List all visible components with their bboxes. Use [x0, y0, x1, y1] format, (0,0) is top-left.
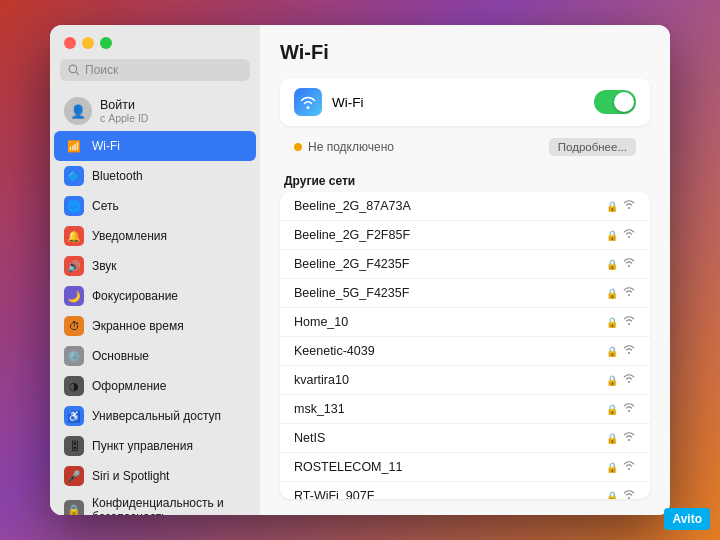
- wifi-signal-icon: [622, 257, 636, 271]
- lock-icon: 🔒: [606, 201, 618, 212]
- network-item[interactable]: NetIS🔒: [280, 424, 650, 453]
- sidebar-label-appearance: Оформление: [92, 379, 166, 393]
- sidebar-item-network[interactable]: 🌐Сеть: [54, 191, 256, 221]
- network-name: NetIS: [294, 431, 606, 445]
- wifi-icon: [294, 88, 322, 116]
- network-icons: 🔒: [606, 489, 636, 499]
- network-name: kvartira10: [294, 373, 606, 387]
- sidebar-item-bluetooth[interactable]: 🔷Bluetooth: [54, 161, 256, 191]
- search-bar[interactable]: Поиск: [60, 59, 250, 81]
- wifi-toggle-row: Wi-Fi: [280, 78, 650, 126]
- appearance-icon: ◑: [64, 376, 84, 396]
- sidebar-item-wifi[interactable]: 📶Wi-Fi: [54, 131, 256, 161]
- status-dot: [294, 143, 302, 151]
- network-icons: 🔒: [606, 373, 636, 387]
- lock-icon: 🔒: [606, 230, 618, 241]
- signin-row[interactable]: 👤 Войти с Apple ID: [54, 91, 256, 131]
- network-item[interactable]: Beeline_2G_F2F85F🔒: [280, 221, 650, 250]
- sidebar-label-notifications: Уведомления: [92, 229, 167, 243]
- network-name: Beeline_2G_87A73A: [294, 199, 606, 213]
- sidebar-item-accessibility[interactable]: ♿Универсальный доступ: [54, 401, 256, 431]
- network-icons: 🔒: [606, 257, 636, 271]
- sidebar-item-notifications[interactable]: 🔔Уведомления: [54, 221, 256, 251]
- signin-sublabel: с Apple ID: [100, 112, 148, 124]
- details-button[interactable]: Подробнее...: [549, 138, 636, 156]
- network-item[interactable]: Beeline_2G_87A73A🔒: [280, 192, 650, 221]
- sidebar-label-focus: Фокусирование: [92, 289, 178, 303]
- sidebar-item-general[interactable]: ⚙️Основные: [54, 341, 256, 371]
- other-networks-heading: Другие сети: [280, 174, 650, 192]
- signin-label: Войти: [100, 98, 148, 112]
- network-item[interactable]: Beeline_5G_F4235F🔒: [280, 279, 650, 308]
- lock-icon: 🔒: [606, 259, 618, 270]
- wifi-signal-icon: [622, 199, 636, 213]
- sound-icon: 🔊: [64, 256, 84, 276]
- network-icons: 🔒: [606, 402, 636, 416]
- notifications-icon: 🔔: [64, 226, 84, 246]
- bluetooth-icon: 🔷: [64, 166, 84, 186]
- status-text: Не подключено: [308, 140, 543, 154]
- general-icon: ⚙️: [64, 346, 84, 366]
- network-item[interactable]: msk_131🔒: [280, 395, 650, 424]
- wifi-signal-icon: [622, 344, 636, 358]
- wifi-toggle[interactable]: [594, 90, 636, 114]
- sidebar-label-network: Сеть: [92, 199, 119, 213]
- sidebar-item-focus[interactable]: 🌙Фокусирование: [54, 281, 256, 311]
- network-item[interactable]: Beeline_2G_F4235F🔒: [280, 250, 650, 279]
- network-name: Beeline_5G_F4235F: [294, 286, 606, 300]
- wifi-signal-icon: [622, 460, 636, 474]
- wifi-signal-icon: [622, 431, 636, 445]
- sidebar-label-wifi: Wi-Fi: [92, 139, 120, 153]
- lock-icon: 🔒: [606, 288, 618, 299]
- network-icons: 🔒: [606, 228, 636, 242]
- network-name: ROSTELECOM_11: [294, 460, 606, 474]
- sidebar-item-siri[interactable]: 🎤Siri и Spotlight: [54, 461, 256, 491]
- network-item[interactable]: ROSTELECOM_11🔒: [280, 453, 650, 482]
- wifi-toggle-label: Wi-Fi: [332, 95, 594, 110]
- wifi-icon: 📶: [64, 136, 84, 156]
- sidebar-item-appearance[interactable]: ◑Оформление: [54, 371, 256, 401]
- sidebar-label-accessibility: Универсальный доступ: [92, 409, 221, 423]
- wifi-signal-icon: [622, 402, 636, 416]
- wifi-signal-icon: [622, 489, 636, 499]
- sidebar-item-sound[interactable]: 🔊Звук: [54, 251, 256, 281]
- sidebar-item-screen-time[interactable]: ⏱Экранное время: [54, 311, 256, 341]
- lock-icon: 🔒: [606, 375, 618, 386]
- titlebar-dots: [50, 37, 260, 59]
- network-name: RT-WiFi_907F: [294, 489, 606, 499]
- sidebar-item-privacy[interactable]: 🔒Конфиденциальность и безопасность: [54, 491, 256, 515]
- networks-list: Beeline_2G_87A73A🔒 Beeline_2G_F2F85F🔒 Be…: [280, 192, 650, 499]
- network-name: Beeline_2G_F4235F: [294, 257, 606, 271]
- lock-icon: 🔒: [606, 404, 618, 415]
- lock-icon: 🔒: [606, 491, 618, 500]
- close-button[interactable]: [64, 37, 76, 49]
- network-icons: 🔒: [606, 431, 636, 445]
- sidebar-label-privacy: Конфиденциальность и безопасность: [92, 496, 246, 515]
- sidebar: Поиск 👤 Войти с Apple ID 📶Wi-Fi🔷Bluetoot…: [50, 25, 260, 515]
- network-icons: 🔒: [606, 460, 636, 474]
- network-name: Keenetic-4039: [294, 344, 606, 358]
- lock-icon: 🔒: [606, 462, 618, 473]
- sidebar-items: 📶Wi-Fi🔷Bluetooth🌐Сеть🔔Уведомления🔊Звук🌙Ф…: [50, 131, 260, 515]
- siri-icon: 🎤: [64, 466, 84, 486]
- screen-time-icon: ⏱: [64, 316, 84, 336]
- network-item[interactable]: Keenetic-4039🔒: [280, 337, 650, 366]
- network-name: Beeline_2G_F2F85F: [294, 228, 606, 242]
- lock-icon: 🔒: [606, 433, 618, 444]
- sidebar-label-siri: Siri и Spotlight: [92, 469, 169, 483]
- search-icon: [68, 64, 80, 76]
- sidebar-item-control-center[interactable]: 🎛Пункт управления: [54, 431, 256, 461]
- network-item[interactable]: kvartira10🔒: [280, 366, 650, 395]
- toggle-knob: [614, 92, 634, 112]
- minimize-button[interactable]: [82, 37, 94, 49]
- network-item[interactable]: Home_10🔒: [280, 308, 650, 337]
- svg-line-1: [76, 72, 79, 75]
- network-icon: 🌐: [64, 196, 84, 216]
- wifi-signal-icon: [622, 286, 636, 300]
- network-icons: 🔒: [606, 344, 636, 358]
- main-content: Wi-Fi Wi-Fi Не подключено Подробнее... Д…: [260, 25, 670, 515]
- network-item[interactable]: RT-WiFi_907F🔒: [280, 482, 650, 499]
- lock-icon: 🔒: [606, 317, 618, 328]
- fullscreen-button[interactable]: [100, 37, 112, 49]
- avito-badge: Avito: [664, 508, 710, 530]
